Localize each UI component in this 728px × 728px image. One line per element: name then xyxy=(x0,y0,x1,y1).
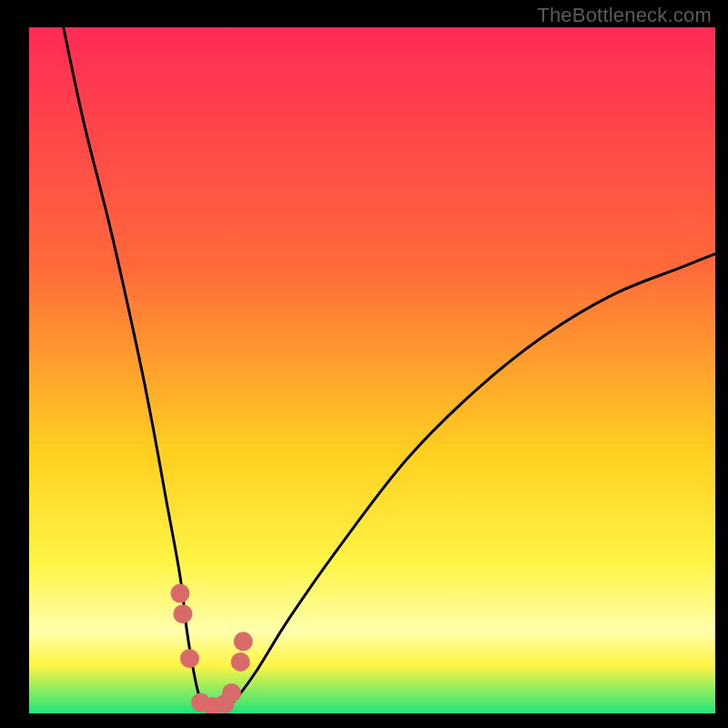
marker-dot xyxy=(173,604,192,623)
chart-frame: TheBottleneck.com xyxy=(0,0,728,728)
bottleneck-chart xyxy=(0,0,728,728)
marker-dot xyxy=(222,683,241,703)
gradient-background xyxy=(29,27,715,713)
watermark-text: TheBottleneck.com xyxy=(537,4,712,27)
marker-dot xyxy=(170,584,189,603)
marker-dot xyxy=(180,649,199,668)
marker-dot xyxy=(234,632,253,651)
marker-dot xyxy=(231,652,250,672)
